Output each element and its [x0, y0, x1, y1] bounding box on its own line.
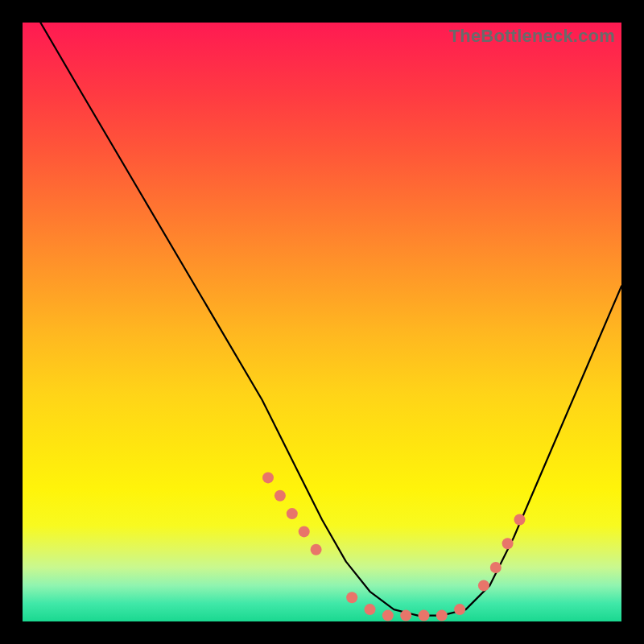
highlight-dot: [419, 610, 430, 621]
highlight-dot: [275, 490, 286, 502]
highlight-dot: [490, 562, 502, 573]
highlight-dot: [478, 580, 489, 591]
highlight-dot: [502, 538, 514, 549]
bottleneck-curve: [40, 23, 621, 616]
highlight-dot: [299, 526, 310, 537]
chart-frame: TheBottleneck.com: [0, 0, 644, 644]
chart-svg: [23, 23, 621, 621]
highlight-dot: [311, 544, 322, 555]
highlight-dot: [346, 592, 357, 603]
highlight-dot: [436, 610, 448, 621]
highlight-dot: [262, 472, 274, 483]
highlight-dot: [400, 610, 411, 621]
highlight-dot: [365, 604, 376, 615]
highlight-dot: [454, 604, 465, 615]
highlight-dot: [287, 508, 298, 519]
highlight-dots: [262, 472, 526, 621]
highlight-dot: [382, 610, 394, 621]
highlight-dot: [514, 514, 526, 526]
plot-area: TheBottleneck.com: [23, 23, 621, 621]
